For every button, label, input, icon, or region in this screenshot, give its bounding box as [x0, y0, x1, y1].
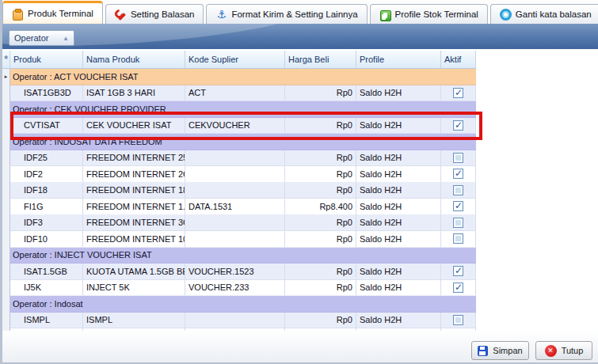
- tab-setting-balasan[interactable]: Setting Balasan: [105, 4, 204, 24]
- cell-kode: DATA.1531: [185, 199, 285, 215]
- cell-produk: IDF18: [10, 183, 83, 199]
- table-row[interactable]: IDF10FREEDOM INTERNET 10GBRp0Saldo H2H: [2, 231, 476, 248]
- produk-value: IDF2: [21, 169, 46, 179]
- anchor-icon: ⚓: [215, 9, 227, 21]
- row-indicator-cell: [2, 313, 10, 329]
- grid-rows: ▸Operator : ACT VOUCHER ISATISAT1GB3DISA…: [2, 69, 476, 345]
- product-grid: *ProdukNama ProdukKode SuplierHarga Beli…: [2, 49, 598, 332]
- table-row[interactable]: ISAT1GB3DISAT 1GB 3 HARIACTRp0Saldo H2H: [2, 85, 476, 102]
- cell-harga: Rp8.400: [285, 199, 356, 215]
- produk-value: ISMPL: [21, 315, 53, 324]
- produk-value: ISAT1GB3D: [21, 88, 74, 97]
- group-row[interactable]: Operator : INDOSAT DATA FREEDOM: [2, 134, 476, 150]
- cell-aktif: [441, 183, 476, 199]
- tab-produk-terminal[interactable]: Produk Terminal: [2, 1, 103, 24]
- table-row[interactable]: FI1GFREEDOM INTERNET 1.5GDATA.1531Rp8.40…: [2, 199, 476, 215]
- close-button-label: Tutup: [562, 346, 584, 355]
- cell-profile: Saldo H2H: [356, 118, 441, 135]
- row-indicator-cell: [2, 166, 10, 183]
- column-header-harga[interactable]: Harga Beli: [285, 51, 356, 69]
- table-row[interactable]: CVTISATCEK VOUCHER ISATCEKVOUCHERRp0Sald…: [2, 118, 476, 135]
- cell-kode: VOUCHER.233: [185, 280, 285, 297]
- checkbox-checked[interactable]: [453, 169, 463, 179]
- save-button-label: Simpan: [493, 346, 522, 355]
- table-row[interactable]: IDF3FREEDOM INTERNET 3GBRp0Saldo H2H: [2, 215, 476, 232]
- checkbox-unchecked[interactable]: [453, 315, 463, 325]
- save-button[interactable]: Simpan: [471, 341, 529, 360]
- app-window: Produk TerminalSetting Balasan⚓Format Ki…: [0, 0, 598, 364]
- group-row[interactable]: Operator : INJECT VOUCHER ISAT: [2, 248, 476, 264]
- tab-ganti-kata-balasan[interactable]: Ganti kata balasan: [490, 4, 598, 24]
- group-row-label: Operator : INJECT VOUCHER ISAT: [10, 248, 476, 264]
- column-header-nama[interactable]: Nama Produk: [83, 51, 185, 69]
- checkbox-unchecked[interactable]: [453, 185, 463, 195]
- cell-harga: Rp0: [285, 150, 356, 167]
- cell-produk: ISAT1GB3D: [10, 85, 83, 102]
- table-row[interactable]: IJ5KINJECT 5KVOUCHER.233Rp0Saldo H2H: [2, 280, 476, 297]
- cell-produk: FI1G: [10, 199, 83, 215]
- cell-harga: Rp0: [285, 264, 356, 280]
- produk-value: CVTISAT: [21, 120, 63, 130]
- row-indicator-header-icon: *: [2, 51, 10, 69]
- column-header-produk[interactable]: Produk: [10, 51, 83, 69]
- checkbox-checked[interactable]: [453, 282, 463, 293]
- cell-profile: Saldo H2H: [356, 166, 441, 183]
- grid-header-row: *ProdukNama ProdukKode SuplierHarga Beli…: [2, 51, 476, 69]
- produk-value: IDF10: [21, 234, 51, 244]
- cell-harga: Rp0: [285, 313, 356, 329]
- cell-nama: FREEDOM INTERNET 25GB: [83, 150, 185, 167]
- cell-profile: Saldo H2H: [356, 150, 441, 167]
- sort-ascending-icon[interactable]: ▲: [63, 35, 69, 42]
- cell-kode: [185, 183, 285, 199]
- column-header-aktif[interactable]: Aktif: [441, 51, 476, 69]
- group-row[interactable]: Operator : Indosat: [2, 296, 476, 313]
- produk-value: IDF25: [21, 153, 51, 162]
- row-indicator-cell: [2, 248, 10, 264]
- row-indicator-cell: [2, 101, 10, 118]
- cell-aktif: [441, 215, 476, 232]
- cell-harga: Rp0: [285, 85, 356, 102]
- cell-kode: [185, 313, 285, 329]
- cell-nama: FREEDOM INTERNET 3GB: [83, 215, 185, 232]
- table-row[interactable]: IDF25FREEDOM INTERNET 25GBRp0Saldo H2H: [2, 150, 476, 167]
- checkbox-unchecked[interactable]: [453, 218, 463, 228]
- group-row[interactable]: Operator : CEK VOUCHER PROVIDER: [2, 101, 476, 118]
- cell-kode: ACT: [185, 85, 285, 102]
- cell-kode: VOUCHER.1523: [185, 264, 285, 280]
- cell-profile: Saldo H2H: [356, 231, 441, 248]
- group-row[interactable]: ▸Operator : ACT VOUCHER ISAT: [2, 69, 476, 85]
- group-row-label: Operator : Indosat: [10, 296, 476, 313]
- table-row[interactable]: ISAT1.5GBKUOTA UTAMA 1.5GB BERVOUCHER.15…: [2, 264, 476, 280]
- checkbox-checked[interactable]: [453, 120, 463, 131]
- cell-kode: [185, 150, 285, 167]
- cell-aktif: [441, 231, 476, 248]
- cell-nama: ISAT 1GB 3 HARI: [83, 85, 185, 102]
- checkbox-checked[interactable]: [453, 201, 463, 211]
- cell-aktif: [441, 199, 476, 215]
- produk-value: IJ5K: [21, 282, 44, 292]
- cell-harga: Rp0: [285, 166, 356, 183]
- table-row[interactable]: IDF2FREEDOM INTERNET 2GBRp0Saldo H2H: [2, 166, 476, 183]
- cell-produk: ISAT1.5GB: [10, 264, 83, 280]
- cell-profile: Saldo H2H: [356, 264, 441, 280]
- checkbox-unchecked[interactable]: [453, 233, 463, 244]
- wrench-icon: [115, 9, 127, 21]
- tab-format-kirim-setting-lainnya[interactable]: ⚓Format Kirim & Setting Lainnya: [206, 4, 367, 24]
- row-indicator-cell: [2, 85, 10, 102]
- table-row[interactable]: IDF18FREEDOM INTERNET 18GBRp0Saldo H2H: [2, 183, 476, 199]
- checkbox-checked[interactable]: [453, 88, 463, 98]
- cell-harga: Rp0: [285, 231, 356, 248]
- close-button[interactable]: ✕ Tutup: [535, 341, 592, 360]
- table-row[interactable]: ISMPLISMPLRp0Saldo H2H: [2, 313, 476, 329]
- tab-profile-stok-terminal[interactable]: Profile Stok Terminal: [370, 4, 488, 24]
- cell-harga: Rp0: [285, 183, 356, 199]
- produk-value: IDF3: [21, 218, 46, 227]
- cell-profile: Saldo H2H: [356, 85, 441, 102]
- checkbox-unchecked[interactable]: [453, 153, 463, 163]
- column-header-kode[interactable]: Kode Suplier: [185, 51, 285, 69]
- group-field-operator[interactable]: Operator ▲: [9, 30, 74, 46]
- target-icon: [500, 9, 512, 21]
- checkbox-checked[interactable]: [453, 266, 463, 276]
- cell-harga: Rp0: [285, 118, 356, 135]
- column-header-profile[interactable]: Profile: [356, 51, 441, 69]
